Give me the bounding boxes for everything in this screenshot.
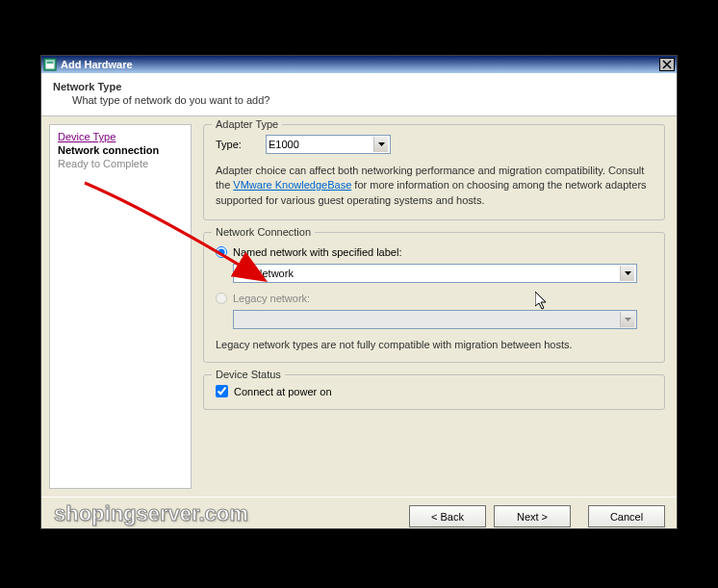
adapter-description: Adapter choice can affect both networkin… [216,164,653,208]
named-network-label: Named network with specified label: [233,246,401,258]
svg-rect-2 [47,62,54,64]
adapter-type-dropdown[interactable]: E1000 [266,135,391,154]
network-connection-fieldset: Network Connection Named network with sp… [203,232,665,363]
device-status-fieldset: Device Status Connect at power on [203,374,665,410]
legacy-note: Legacy network types are not fully compa… [216,339,653,350]
named-network-dropdown[interactable]: VM Network [233,264,637,283]
header-area: Network Type What type of network do you… [41,73,677,116]
app-icon [43,58,57,71]
network-connection-legend: Network Connection [212,226,315,238]
titlebar: Add Hardware [41,56,677,73]
window-title: Add Hardware [61,59,659,70]
named-network-value: VM Network [236,268,294,279]
sidebar-item-network-connection: Network connection [58,144,183,156]
add-hardware-window: Add Hardware Network Type What type of n… [40,55,678,529]
chevron-down-icon [620,266,634,281]
page-title: Network Type [53,81,665,92]
legacy-network-dropdown [233,310,637,329]
sidebar-item-ready: Ready to Complete [58,158,183,169]
back-button[interactable]: < Back [409,505,486,527]
adapter-type-legend: Adapter Type [212,118,282,130]
type-label: Type: [216,139,254,150]
connect-power-on-checkbox[interactable] [216,385,228,397]
adapter-type-value: E1000 [269,139,299,150]
legacy-network-radio [216,293,227,304]
legacy-network-label: Legacy network: [233,293,310,304]
content-area: Device Type Network connection Ready to … [41,116,677,497]
named-network-radio[interactable] [216,246,227,258]
close-button[interactable] [659,58,675,71]
adapter-type-fieldset: Adapter Type Type: E1000 Adapter choice … [203,124,665,220]
next-button[interactable]: Next > [494,505,571,527]
cancel-button[interactable]: Cancel [588,505,665,527]
kb-link[interactable]: VMware KnowledgeBase [233,179,351,191]
device-status-legend: Device Status [212,369,285,380]
sidebar-item-device-type[interactable]: Device Type [58,131,183,142]
main-panel: Adapter Type Type: E1000 Adapter choice … [192,116,677,497]
wizard-sidebar: Device Type Network connection Ready to … [49,124,192,489]
connect-power-on-label: Connect at power on [234,386,332,397]
chevron-down-icon [620,312,634,327]
watermark: shopingserver.com [54,501,248,526]
page-subtitle: What type of network do you want to add? [53,94,665,106]
chevron-down-icon [373,137,388,152]
